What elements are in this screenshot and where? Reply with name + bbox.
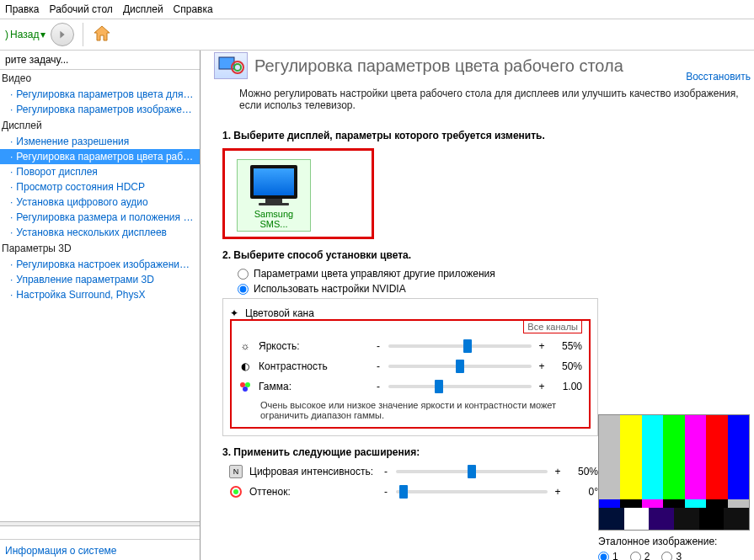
sidebar-item-resolution[interactable]: Изменение разрешения	[0, 134, 200, 149]
radio-nvidia[interactable]	[238, 284, 249, 295]
radio-nvidia-label: Использовать настройки NVIDIA	[254, 283, 406, 295]
sidebar-task-label: рите задачу...	[0, 51, 200, 70]
ref-radio-1[interactable]: 1	[598, 551, 618, 560]
svg-point-2	[234, 64, 241, 71]
menu-help[interactable]: Справка	[174, 3, 213, 15]
section1-title: 1. Выберите дисплей, параметры которого …	[222, 130, 598, 141]
svg-point-4	[245, 382, 250, 387]
menu-desktop[interactable]: Рабочий стол	[50, 3, 113, 15]
gamma-note: Очень высокое или низкое значение яркост…	[260, 400, 582, 420]
ref-radio-3[interactable]: 3	[661, 551, 682, 560]
intensity-minus: -	[382, 466, 389, 477]
display-tile-samsung[interactable]: Samsung SMS...	[237, 159, 311, 232]
hue-minus: -	[382, 486, 389, 498]
sidebar-item-video-color[interactable]: Регулировка параметров цвета для вид	[0, 87, 200, 102]
contrast-icon: ◐	[238, 360, 252, 373]
header-icon	[214, 52, 248, 79]
svg-point-5	[243, 387, 248, 392]
svg-point-3	[240, 382, 245, 387]
hue-icon	[229, 485, 243, 499]
sidebar-item-hdcp[interactable]: Просмотр состояния HDCP	[0, 179, 200, 195]
content-area: Регулировка параметров цвета рабочего ст…	[201, 51, 754, 560]
gamma-label: Гамма:	[259, 381, 368, 392]
sidebar-item-multi-display[interactable]: Установка нескольких дисплеев	[0, 225, 200, 240]
nav-forward-button[interactable]	[51, 23, 74, 46]
sidebar-item-3d-image[interactable]: Регулировка настроек изображения с пр	[0, 257, 200, 272]
reference-image-label: Эталонное изображение:	[598, 536, 751, 547]
home-button[interactable]	[92, 24, 112, 46]
channel-label: Цветовой кана	[245, 307, 314, 319]
nav-back-button[interactable]: ) Назад ▾	[5, 29, 45, 40]
brightness-minus: -	[375, 340, 382, 352]
section3-title: 3. Применить следующие расширения:	[222, 446, 598, 458]
intensity-slider[interactable]	[396, 470, 548, 473]
brightness-label: Яркость:	[259, 340, 368, 352]
sidebar-item-size-position[interactable]: Регулировка размера и положения рабо	[0, 210, 200, 225]
toolbar: ) Назад ▾	[0, 19, 754, 51]
intro-text: Можно регулировать настройки цвета рабоч…	[209, 83, 754, 120]
sidebar-item-desktop-color[interactable]: Регулировка параметров цвета рабочег	[0, 149, 200, 164]
gamma-plus: +	[538, 381, 545, 392]
hue-value: 0°	[568, 486, 598, 498]
gamma-slider[interactable]	[388, 385, 532, 388]
restore-defaults-link[interactable]: Восстановить	[686, 71, 751, 83]
sidebar-system-info-link[interactable]: Информация о системе	[0, 539, 200, 560]
hue-plus: +	[554, 486, 561, 498]
sidebar-group-video: Видео	[0, 70, 200, 87]
sidebar-item-3d-params[interactable]: Управление параметрами 3D	[0, 272, 200, 287]
display-selection-box: Samsung SMS...	[222, 148, 374, 239]
gamma-value: 1.00	[552, 381, 582, 392]
toolbar-divider	[83, 23, 83, 46]
sidebar-group-display: Дисплей	[0, 117, 200, 134]
intensity-label: Цифровая интенсивность:	[249, 466, 376, 477]
monitor-icon	[250, 165, 297, 199]
brightness-icon: ☼	[238, 339, 252, 353]
sidebar-item-digital-audio[interactable]: Установка цифрового аудио	[0, 195, 200, 210]
contrast-slider[interactable]	[388, 365, 532, 368]
color-sliders-panel: ✦ Цветовой кана Все каналы ☼ Яркость: - …	[222, 298, 598, 436]
contrast-plus: +	[538, 360, 545, 372]
contrast-minus: -	[375, 360, 382, 372]
section2-title: 2. Выберите способ установки цвета.	[222, 249, 598, 261]
menu-display[interactable]: Дисплей	[123, 3, 163, 15]
brightness-slider[interactable]	[388, 344, 532, 348]
sidebar: рите задачу... Видео Регулировка парамет…	[0, 51, 201, 560]
contrast-label: Контрастность	[259, 360, 368, 372]
radio-other-apps[interactable]	[238, 269, 249, 280]
sidebar-splitter[interactable]	[0, 521, 200, 526]
page-title: Регулировка параметров цвета рабочего ст…	[254, 56, 623, 76]
ref-radio-2[interactable]: 2	[630, 551, 650, 560]
sidebar-item-rotate[interactable]: Поворот дисплея	[0, 164, 200, 179]
menu-bar: Правка Рабочий стол Дисплей Справка	[0, 0, 754, 19]
channel-dropdown[interactable]: Все каналы	[523, 320, 582, 333]
hue-slider[interactable]	[396, 490, 548, 493]
brightness-plus: +	[538, 340, 545, 352]
intensity-plus: +	[554, 466, 561, 477]
channel-icon: ✦	[230, 307, 238, 319]
display-tile-label: Samsung SMS...	[241, 209, 307, 229]
svg-point-7	[233, 489, 238, 494]
gamma-icon	[238, 380, 252, 393]
color-preview-image	[598, 414, 750, 531]
intensity-value: 50%	[568, 466, 598, 477]
intensity-icon: N	[229, 465, 243, 478]
sidebar-item-video-image[interactable]: Регулировка параметров изображения д	[0, 102, 200, 117]
sidebar-item-surround[interactable]: Настройка Surround, PhysX	[0, 287, 200, 302]
sidebar-group-3d: Параметры 3D	[0, 240, 200, 257]
menu-edit[interactable]: Правка	[5, 3, 40, 15]
gamma-minus: -	[375, 381, 382, 392]
brightness-value: 55%	[552, 340, 582, 352]
contrast-value: 50%	[552, 360, 582, 372]
radio-other-apps-label: Параметрами цвета управляют другие прило…	[254, 268, 495, 280]
hue-label: Оттенок:	[249, 486, 376, 498]
